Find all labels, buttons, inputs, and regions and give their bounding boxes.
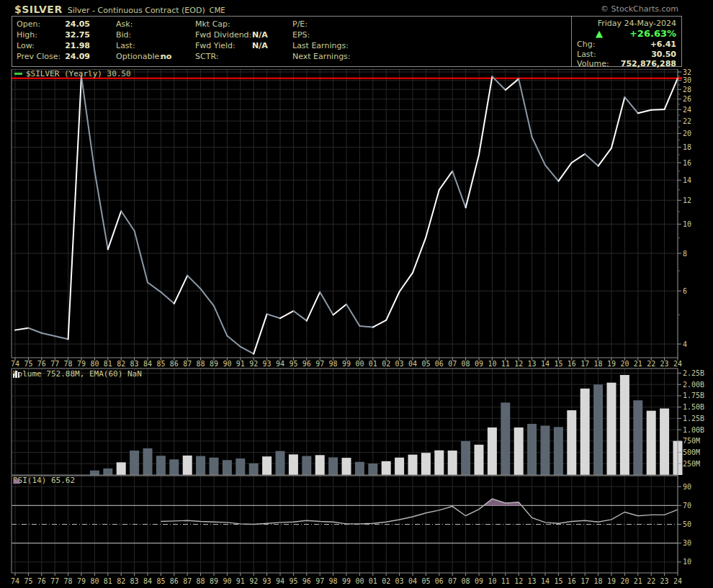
chg-value: +6.41 xyxy=(650,40,676,49)
svg-text:10: 10 xyxy=(683,558,691,566)
svg-text:250M: 250M xyxy=(683,460,700,468)
quote-change-block: Friday 24-May-2024 ▲ +26.63% Chg: +6.41 … xyxy=(572,17,681,66)
svg-text:74: 74 xyxy=(11,577,19,585)
svg-text:89: 89 xyxy=(210,577,218,585)
svg-text:22: 22 xyxy=(647,360,655,368)
svg-text:02: 02 xyxy=(382,577,390,585)
svg-text:07: 07 xyxy=(448,577,457,585)
svg-text:11: 11 xyxy=(501,577,510,585)
svg-text:03: 03 xyxy=(395,577,404,585)
svg-text:05: 05 xyxy=(421,360,430,368)
svg-text:17: 17 xyxy=(580,360,589,368)
fwd-dividend-label: Fwd Dividend: xyxy=(195,30,251,40)
svg-text:84: 84 xyxy=(143,577,152,585)
svg-text:24: 24 xyxy=(683,106,691,114)
svg-text:02: 02 xyxy=(382,360,390,368)
svg-text:20: 20 xyxy=(620,360,629,368)
svg-text:12: 12 xyxy=(683,196,691,204)
svg-text:88: 88 xyxy=(197,577,205,585)
svg-text:11: 11 xyxy=(501,360,510,368)
quote-col-earnings: P/E: EPS: Last Earnings: Next Earnings: xyxy=(292,19,351,63)
svg-text:97: 97 xyxy=(315,577,324,585)
svg-text:75: 75 xyxy=(24,577,32,585)
svg-text:74: 74 xyxy=(11,360,19,368)
svg-text:2.25B: 2.25B xyxy=(683,369,704,377)
volume-bars-icon xyxy=(13,370,20,378)
chart-canvas: 3230282624222018161412108647475767778798… xyxy=(0,69,713,588)
chg-label: Chg: xyxy=(577,40,595,49)
svg-text:17: 17 xyxy=(580,577,589,585)
svg-text:06: 06 xyxy=(435,360,444,368)
up-arrow-icon: ▲ xyxy=(596,28,603,39)
rsi-mountain-icon xyxy=(13,476,20,484)
svg-text:82: 82 xyxy=(117,577,125,585)
svg-text:85: 85 xyxy=(156,360,165,368)
svg-text:04: 04 xyxy=(408,577,417,585)
svg-text:81: 81 xyxy=(104,360,112,368)
svg-text:24: 24 xyxy=(673,577,682,585)
svg-text:1.00B: 1.00B xyxy=(683,426,704,434)
svg-text:24: 24 xyxy=(673,360,682,368)
svg-text:83: 83 xyxy=(130,577,139,585)
svg-text:19: 19 xyxy=(607,577,616,585)
price-legend: $SILVER (Yearly) 30.50 xyxy=(14,70,131,78)
low-value: 21.98 xyxy=(53,41,90,50)
svg-text:03: 03 xyxy=(395,360,404,368)
svg-text:78: 78 xyxy=(64,360,73,368)
svg-text:87: 87 xyxy=(183,360,192,368)
prev-close-value: 24.09 xyxy=(53,52,90,61)
svg-text:18: 18 xyxy=(594,577,603,585)
svg-text:23: 23 xyxy=(660,577,669,585)
svg-text:01: 01 xyxy=(369,577,377,585)
svg-text:09: 09 xyxy=(475,360,483,368)
change-percent: +26.63% xyxy=(629,28,676,39)
symbol-description: Silver - Continuous Contract (EOD) xyxy=(68,6,205,15)
svg-text:86: 86 xyxy=(170,577,179,585)
svg-text:93: 93 xyxy=(263,577,272,585)
svg-text:77: 77 xyxy=(50,577,59,585)
svg-text:91: 91 xyxy=(236,360,245,368)
last-label: Last: xyxy=(116,41,135,50)
svg-text:87: 87 xyxy=(183,577,192,585)
low-label: Low: xyxy=(17,41,35,50)
svg-text:21: 21 xyxy=(634,360,642,368)
svg-text:79: 79 xyxy=(77,577,86,585)
svg-text:10: 10 xyxy=(683,220,691,228)
fwd-dividend-value: N/A xyxy=(252,30,268,40)
high-value: 32.75 xyxy=(53,30,90,40)
svg-text:6: 6 xyxy=(683,287,687,295)
svg-text:90: 90 xyxy=(223,360,231,368)
fwd-yield-label: Fwd Yield: xyxy=(195,41,236,50)
svg-text:80: 80 xyxy=(90,577,99,585)
svg-text:92: 92 xyxy=(249,360,258,368)
svg-text:78: 78 xyxy=(64,577,73,585)
svg-text:84: 84 xyxy=(143,360,152,368)
svg-text:90: 90 xyxy=(683,483,691,491)
svg-text:89: 89 xyxy=(210,360,218,368)
optionable-value: no xyxy=(161,52,171,61)
svg-text:09: 09 xyxy=(475,577,483,585)
volume-label: Volume: xyxy=(577,59,609,68)
svg-text:1.50B: 1.50B xyxy=(683,403,704,411)
svg-text:12: 12 xyxy=(514,577,523,585)
title-bar: $SILVERSilver - Continuous Contract (EOD… xyxy=(14,2,713,14)
svg-text:97: 97 xyxy=(315,360,324,368)
svg-text:06: 06 xyxy=(435,577,444,585)
mktcap-label: Mkt Cap: xyxy=(195,19,230,29)
svg-text:07: 07 xyxy=(448,360,457,368)
volume-legend: Volume 752.88M, EMA(60) NaN xyxy=(13,370,142,378)
svg-text:10: 10 xyxy=(488,360,496,368)
quote-col-fundamental: Mkt Cap: Fwd Dividend:N/A Fwd Yield:N/A … xyxy=(195,19,251,63)
copyright-text: © StockCharts.com xyxy=(601,4,678,14)
ask-label: Ask: xyxy=(116,19,133,29)
svg-text:91: 91 xyxy=(236,577,245,585)
svg-text:94: 94 xyxy=(276,360,284,368)
svg-text:01: 01 xyxy=(369,360,377,368)
svg-text:12: 12 xyxy=(514,360,523,368)
svg-text:13: 13 xyxy=(528,577,537,585)
svg-text:15: 15 xyxy=(554,577,562,585)
svg-text:750M: 750M xyxy=(683,437,700,445)
svg-text:96: 96 xyxy=(302,360,311,368)
svg-text:83: 83 xyxy=(130,360,139,368)
svg-text:75: 75 xyxy=(24,360,32,368)
